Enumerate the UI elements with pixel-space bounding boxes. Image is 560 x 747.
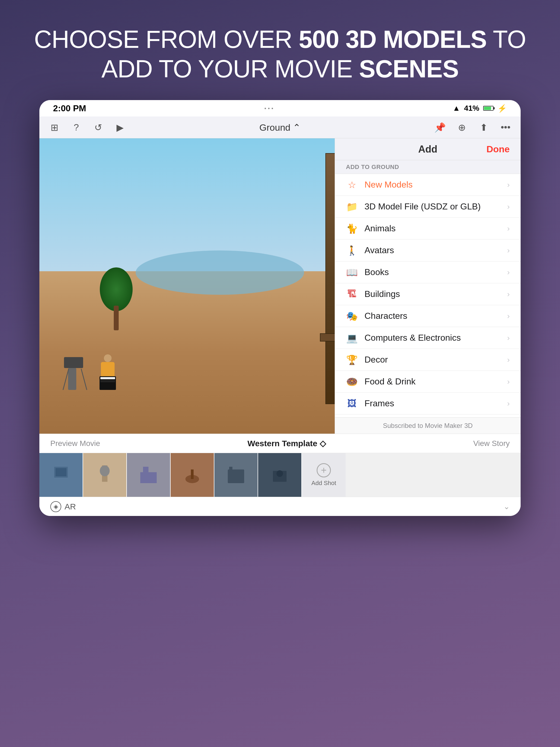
device-frame: 2:00 PM ··· ▲ 41% ⚡ ⊞ ? ↺ ▶ Ground ⌃ 📌 ⊕… xyxy=(40,100,520,516)
computers-label: Computers & Electronics xyxy=(364,333,461,343)
menu-item-left: 🏗 Buildings xyxy=(346,288,400,300)
bottom-bar-header: Preview Movie Western Template ◇ View St… xyxy=(40,434,520,453)
status-bar: 2:00 PM ··· ▲ 41% ⚡ xyxy=(40,100,520,117)
shot-thumb-1[interactable] xyxy=(40,453,83,497)
share-icon[interactable]: ⬆ xyxy=(477,121,490,134)
animals-chevron: › xyxy=(507,224,510,233)
shot-thumb-3[interactable] xyxy=(127,453,171,497)
food-label: Food & Drink xyxy=(364,377,416,387)
shot-strip: + Add Shot xyxy=(40,453,520,497)
shot-thumb-6[interactable] xyxy=(258,453,302,497)
toolbar-title: Ground ⌃ xyxy=(259,122,301,133)
avatars-chevron: › xyxy=(507,246,510,255)
play-icon[interactable]: ▶ xyxy=(113,121,127,134)
bottom-bar: Preview Movie Western Template ◇ View St… xyxy=(40,434,520,516)
books-chevron: › xyxy=(507,268,510,277)
menu-item-animals[interactable]: 🐈 Animals › xyxy=(335,217,520,239)
frames-icon: 🖼 xyxy=(346,397,358,410)
menu-item-computers[interactable]: 💻 Computers & Electronics › xyxy=(335,327,520,349)
new-models-icon: ☆ xyxy=(346,179,358,191)
menu-item-left: 🏆 Decor xyxy=(346,354,388,366)
buildings-icon: 🏗 xyxy=(346,288,358,300)
3d-model-icon: 📁 xyxy=(346,201,358,213)
director-figure xyxy=(94,354,121,398)
ar-button[interactable]: ◈ AR xyxy=(50,501,76,512)
characters-chevron: › xyxy=(507,312,510,320)
popup-section-header: ADD TO GROUND xyxy=(335,160,520,174)
template-name[interactable]: Western Template ◇ xyxy=(248,439,326,448)
menu-item-left: 🐈 Animals xyxy=(346,223,396,235)
menu-item-furniture[interactable]: 🪑 Furniture › xyxy=(335,414,520,417)
popup-done-button[interactable]: Done xyxy=(486,144,510,154)
books-icon: 📖 xyxy=(346,266,358,278)
add-shot-label: Add Shot xyxy=(311,480,336,487)
undo-icon[interactable]: ↺ xyxy=(91,121,105,134)
view-story-button[interactable]: View Story xyxy=(473,439,510,448)
3d-model-chevron: › xyxy=(507,202,510,211)
menu-item-decor[interactable]: 🏆 Decor › xyxy=(335,349,520,371)
decor-chevron: › xyxy=(507,356,510,364)
avatars-icon: 🚶 xyxy=(346,244,358,256)
promo-line1: CHOOSE FROM OVER 500 3D MODELS TO ADD TO… xyxy=(34,26,526,83)
pin-icon[interactable]: 📌 xyxy=(433,121,447,134)
more-icon[interactable]: ••• xyxy=(499,121,512,134)
ar-icon: ◈ xyxy=(50,501,61,512)
menu-item-left: 💻 Computers & Electronics xyxy=(346,332,461,344)
new-models-label: New Models xyxy=(364,180,413,190)
food-icon: 🍩 xyxy=(346,376,358,388)
buildings-label: Buildings xyxy=(364,289,400,299)
popup-footer: Subscribed to Movie Maker 3D xyxy=(335,417,520,434)
scene-water xyxy=(136,251,304,295)
menu-item-left: 📁 3D Model File (USDZ or GLB) xyxy=(346,201,481,213)
toolbar: ⊞ ? ↺ ▶ Ground ⌃ 📌 ⊕ ⬆ ••• xyxy=(40,117,520,138)
ar-label: AR xyxy=(65,502,76,511)
shot-thumb-5[interactable] xyxy=(214,453,258,497)
promo-bold-1: 500 3D MODELS xyxy=(299,26,487,53)
promo-bold-2: SCENES xyxy=(359,55,459,83)
add-shot-button[interactable]: + Add Shot xyxy=(302,453,346,497)
popup-title: Add xyxy=(401,144,455,155)
menu-item-food[interactable]: 🍩 Food & Drink › xyxy=(335,371,520,393)
sidebar-icon[interactable]: ⊞ xyxy=(48,121,61,134)
menu-item-left: 🎭 Characters xyxy=(346,310,407,322)
add-icon[interactable]: ⊕ xyxy=(455,121,469,134)
menu-item-avatars[interactable]: 🚶 Avatars › xyxy=(335,239,520,261)
3d-model-label: 3D Model File (USDZ or GLB) xyxy=(364,202,481,212)
frames-label: Frames xyxy=(364,398,394,409)
characters-label: Characters xyxy=(364,311,407,321)
battery-icon xyxy=(483,106,493,111)
menu-item-left: 🍩 Food & Drink xyxy=(346,376,416,388)
menu-item-frames[interactable]: 🖼 Frames › xyxy=(335,393,520,414)
books-label: Books xyxy=(364,267,389,277)
preview-movie-button[interactable]: Preview Movie xyxy=(50,439,100,448)
chevron-down-icon[interactable]: ⌄ xyxy=(503,502,510,511)
characters-icon: 🎭 xyxy=(346,310,358,322)
svg-point-5 xyxy=(100,465,110,476)
status-dots: ··· xyxy=(264,103,275,113)
menu-item-left: 🚶 Avatars xyxy=(346,244,394,256)
scene-tree xyxy=(97,270,135,330)
shot-thumb-2[interactable] xyxy=(83,453,127,497)
menu-item-new-models[interactable]: ☆ New Models › xyxy=(335,174,520,196)
menu-item-left: 📖 Books xyxy=(346,266,389,278)
menu-item-buildings[interactable]: 🏗 Buildings › xyxy=(335,283,520,305)
add-shot-circle-icon: + xyxy=(316,463,331,478)
menu-item-characters[interactable]: 🎭 Characters › xyxy=(335,305,520,327)
decor-icon: 🏆 xyxy=(346,354,358,366)
main-content: Sa... xyxy=(40,138,520,434)
svg-point-17 xyxy=(276,470,283,477)
frames-chevron: › xyxy=(507,399,510,408)
animals-icon: 🐈 xyxy=(346,223,358,235)
battery-pct: 41% xyxy=(464,104,479,113)
popup-panel: Add Done ADD TO GROUND ☆ New Models › xyxy=(335,138,520,434)
menu-item-books[interactable]: 📖 Books › xyxy=(335,261,520,283)
computers-chevron: › xyxy=(507,334,510,342)
toolbar-left: ⊞ ? ↺ ▶ xyxy=(48,121,127,134)
promo-heading: CHOOSE FROM OVER 500 3D MODELS TO ADD TO… xyxy=(12,25,548,84)
menu-item-3d-model[interactable]: 📁 3D Model File (USDZ or GLB) › xyxy=(335,196,520,217)
help-icon[interactable]: ? xyxy=(70,121,83,134)
menu-item-left: ☆ New Models xyxy=(346,179,413,191)
shot-thumb-4[interactable] xyxy=(171,453,214,497)
computers-icon: 💻 xyxy=(346,332,358,344)
menu-list: ☆ New Models › 📁 3D Model File (USDZ or … xyxy=(335,174,520,417)
